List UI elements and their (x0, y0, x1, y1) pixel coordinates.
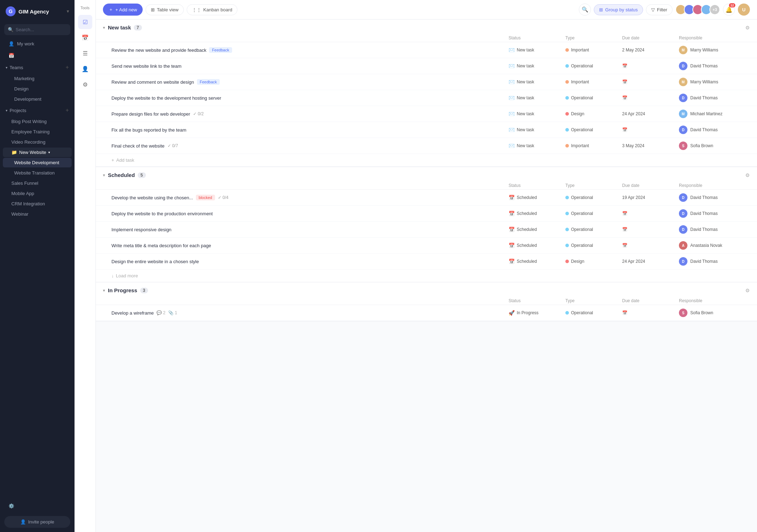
collaborator-avatars[interactable]: +3 (675, 4, 720, 15)
sidebar-item-settings[interactable]: ⚙️ (3, 500, 72, 511)
resp-avatar: S (679, 142, 687, 150)
new-task-settings-icon[interactable]: ⚙ (745, 25, 750, 31)
status-icon: ✉️ (509, 111, 515, 117)
responsible-cell: S Sofia Brown (679, 309, 750, 317)
sidebar-project-employee-training[interactable]: Employee Training (3, 127, 72, 137)
in-progress-chevron[interactable]: ▾ (103, 288, 105, 293)
sidebar-item-my-work[interactable]: 👤 My work (3, 38, 72, 49)
section-scheduled: ▾ Scheduled 5 ⚙ Status Type Due date Res… (96, 167, 757, 282)
brand[interactable]: G GIM Agency ▾ (0, 0, 75, 23)
avatar-extra[interactable]: +3 (709, 4, 720, 15)
type-dot (565, 48, 569, 52)
resp-name: Sofia Brown (690, 310, 713, 315)
table-row[interactable]: Write meta title & meta description for … (96, 238, 757, 254)
table-row[interactable]: Deploy the website to the production env… (96, 206, 757, 222)
sidebar-project-video-recording[interactable]: Video Recording (3, 137, 72, 147)
group-by-status-button[interactable]: ⊞ Group by status (594, 4, 643, 15)
teams-section-header[interactable]: ▾ Teams + (0, 61, 75, 73)
sidebar-item-website-translation[interactable]: Website Translation (3, 168, 72, 178)
sidebar-project-new-website[interactable]: 📁 New Website ▾ (3, 148, 72, 157)
status-text: New task (517, 48, 534, 52)
sidebar-item-website-development[interactable]: Website Development (3, 158, 72, 167)
date-cell: 📅 (622, 211, 679, 216)
add-task-button[interactable]: + Add task (96, 154, 757, 167)
sidebar-item-marketing[interactable]: Marketing (3, 74, 72, 83)
sidebar-project-sales-funnel[interactable]: Sales Funnel (3, 178, 72, 188)
table-row[interactable]: Send new website link to the team ✉️ New… (96, 58, 757, 74)
task-name-cell: Final check of the website ✓ 0/7 (111, 143, 509, 149)
table-row[interactable]: Fix all the bugs reported by the team ✉️… (96, 122, 757, 138)
date-text: 19 Apr 2024 (622, 195, 645, 200)
kanban-board-button[interactable]: ⋮⋮ Kanban board (187, 4, 238, 15)
task-name-text: Review and comment on website design (111, 79, 194, 85)
add-new-button[interactable]: ＋ + Add new (103, 4, 143, 16)
in-progress-title: In Progress (108, 287, 137, 293)
invite-people-button[interactable]: 👤 Invite people (4, 516, 70, 528)
table-row[interactable]: Design the entire website in a chosen st… (96, 254, 757, 270)
type-dot (565, 196, 569, 199)
task-name-text: Deploy the website to the production env… (111, 211, 213, 216)
date-empty-icon: 📅 (622, 227, 627, 232)
status-cell: 🚀 In Progress (509, 310, 565, 316)
sidebar-project-crm-integration[interactable]: CRM Integration (3, 199, 72, 209)
projects-add-icon[interactable]: + (66, 107, 69, 113)
sidebar-item-development[interactable]: Development (3, 94, 72, 104)
table-row[interactable]: Prepare design files for web developer ✓… (96, 106, 757, 122)
date-text: 2 May 2024 (622, 48, 644, 52)
scheduled-settings-icon[interactable]: ⚙ (745, 172, 750, 178)
sidebar-project-blog-post-writing[interactable]: Blog Post Writing (3, 117, 72, 126)
teams-add-icon[interactable]: + (66, 64, 69, 71)
new-task-chevron[interactable]: ▾ (103, 25, 105, 30)
task-name-text: Develop the website using the chosen... (111, 195, 193, 200)
projects-section-header[interactable]: ▾ Projects + (0, 104, 75, 116)
status-cell: 📅 Scheduled (509, 227, 565, 232)
table-row[interactable]: Final check of the website ✓ 0/7 ✉️ New … (96, 138, 757, 154)
filter-button[interactable]: ▽ Filter (646, 4, 673, 15)
type-dot (565, 244, 569, 247)
load-more-button[interactable]: ↓ Load more (96, 270, 757, 282)
notification-button[interactable]: 🔔 12 (723, 4, 735, 16)
sidebar-project-mobile-app[interactable]: Mobile App (3, 189, 72, 198)
sidebar-item-marketing-label: Marketing (14, 76, 34, 81)
video-recording-label: Video Recording (11, 139, 45, 145)
type-cell: Operational (565, 211, 622, 216)
table-view-button[interactable]: ⊞ Table view (146, 4, 184, 15)
scheduled-chevron[interactable]: ▾ (103, 173, 105, 178)
sidebar-item-design[interactable]: Design (3, 84, 72, 94)
chevron-down-icon: ▾ (6, 66, 7, 70)
type-dot (565, 144, 569, 148)
new-task-count: 7 (134, 25, 142, 31)
table-row[interactable]: Develop a wireframe 💬 2 📎 1 🚀 In Progres… (96, 305, 757, 321)
sidebar-project-webinar[interactable]: Webinar (3, 209, 72, 219)
responsible-cell: M Marry Williams (679, 46, 750, 54)
website-translation-label: Website Translation (14, 170, 55, 176)
tool-list[interactable]: ☰ (78, 46, 92, 60)
resp-avatar: D (679, 62, 687, 70)
in-progress-settings-icon[interactable]: ⚙ (745, 288, 750, 293)
resp-avatar: S (679, 309, 687, 317)
responsible-cell: M Marry Williams (679, 78, 750, 86)
date-cell: 📅 (622, 127, 679, 132)
task-name-cell: Deploy the website to the development ho… (111, 95, 509, 101)
date-empty-icon: 📅 (622, 95, 627, 100)
sidebar-search[interactable]: 🔍 Search... (4, 24, 70, 35)
table-row[interactable]: Review and comment on website design Fee… (96, 74, 757, 90)
sidebar-item-design-label: Design (14, 86, 28, 92)
search-button[interactable]: 🔍 (579, 4, 591, 16)
table-view-label: Table view (157, 7, 179, 12)
chevron-down-new-website-icon: ▾ (48, 150, 50, 154)
date-cell: 📅 (622, 310, 679, 315)
tool-user[interactable]: 👤 (78, 62, 92, 76)
sidebar-item-calendar[interactable]: 📅 (3, 50, 72, 61)
table-row[interactable]: Develop the website using the chosen... … (96, 190, 757, 206)
status-icon: ✉️ (509, 63, 515, 69)
user-avatar[interactable]: U (738, 4, 750, 16)
subtask-count: ✓ 0/4 (218, 195, 229, 200)
table-row[interactable]: Implement responsive design 📅 Scheduled … (96, 222, 757, 238)
table-row[interactable]: Review the new website and provide feedb… (96, 42, 757, 58)
new-task-col-headers: Status Type Due date Responsible (96, 34, 757, 42)
tool-checkmark[interactable]: ☑ (78, 15, 92, 29)
tool-calendar[interactable]: 📅 (78, 31, 92, 45)
tool-settings[interactable]: ⚙ (78, 77, 92, 92)
table-row[interactable]: Deploy the website to the development ho… (96, 90, 757, 106)
